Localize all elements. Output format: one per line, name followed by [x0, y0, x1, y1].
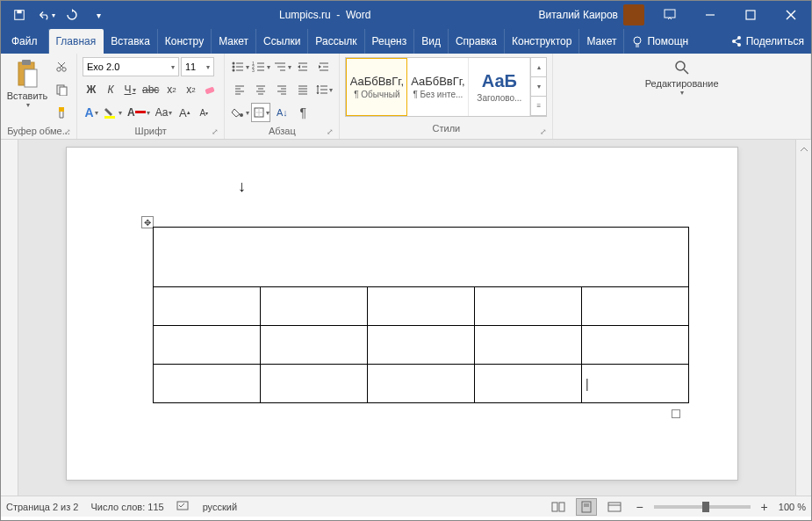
shading-button[interactable]: ▾	[230, 103, 249, 122]
word-count[interactable]: Число слов: 115	[90, 502, 163, 512]
page[interactable]: ↓ ✥ |	[66, 147, 738, 481]
clear-formatting-button[interactable]	[201, 80, 219, 99]
font-name-combo[interactable]: Exo 2.0▾	[83, 57, 179, 76]
styles-expand[interactable]: ≡	[531, 97, 546, 116]
font-size-combo[interactable]: 11▾	[181, 57, 214, 76]
zoom-out-button[interactable]: −	[632, 500, 646, 514]
qat-customize-button[interactable]: ▾	[87, 4, 110, 26]
borders-button[interactable]: ▾	[251, 103, 270, 122]
tell-me-button[interactable]: Помощн	[624, 29, 695, 54]
tab-home[interactable]: Главная	[49, 29, 104, 54]
table-cell[interactable]	[368, 287, 475, 326]
styles-gallery[interactable]: АаБбВвГг, ¶ Обычный АаБбВвГг, ¶ Без инте…	[345, 57, 547, 117]
show-marks-button[interactable]: ¶	[293, 103, 313, 122]
tab-references[interactable]: Ссылки	[256, 29, 308, 54]
cut-button[interactable]	[52, 57, 71, 76]
table-row[interactable]	[154, 287, 689, 326]
underline-button[interactable]: Ч▾	[121, 80, 139, 99]
paste-button[interactable]: Вставить ▾	[6, 57, 48, 111]
redo-button[interactable]	[61, 4, 83, 26]
align-right-button[interactable]	[272, 80, 291, 99]
highlight-button[interactable]: ▾	[102, 103, 124, 122]
ribbon-options-button[interactable]	[650, 1, 690, 29]
tab-design[interactable]: Констру	[158, 29, 212, 54]
autosave-icon[interactable]	[8, 4, 31, 26]
table-cell[interactable]	[475, 365, 582, 403]
tab-insert[interactable]: Вставка	[104, 29, 158, 54]
table-cell[interactable]	[368, 365, 475, 403]
scrollbar-up-button[interactable]	[799, 141, 809, 150]
table-row[interactable]	[154, 228, 689, 287]
table-resize-handle[interactable]	[672, 409, 680, 418]
tab-review[interactable]: Реценз	[365, 29, 415, 54]
format-painter-button[interactable]	[52, 103, 71, 122]
spellcheck-icon[interactable]	[176, 500, 190, 514]
styles-launcher[interactable]: ⤢	[538, 127, 549, 137]
italic-button[interactable]: К	[102, 80, 119, 99]
maximize-button[interactable]	[730, 1, 771, 29]
document-viewport[interactable]: ↓ ✥ |	[18, 140, 811, 496]
tab-file[interactable]: Файл	[1, 29, 49, 54]
sort-button[interactable]: А↓	[272, 103, 291, 122]
table-cell[interactable]	[154, 228, 689, 287]
tab-view[interactable]: Вид	[414, 29, 449, 54]
table-move-handle[interactable]: ✥	[141, 216, 154, 228]
vertical-scrollbar[interactable]	[795, 140, 811, 496]
numbering-button[interactable]: 123▾	[251, 57, 270, 76]
font-color-button[interactable]: A▾	[126, 103, 152, 122]
font-launcher[interactable]: ⤢	[210, 127, 220, 137]
paragraph-launcher[interactable]: ⤢	[325, 127, 335, 137]
zoom-level[interactable]: 100 %	[779, 502, 806, 512]
web-layout-button[interactable]	[604, 498, 625, 516]
table-cell[interactable]	[368, 326, 475, 365]
tab-table-design[interactable]: Конструктор	[505, 29, 579, 54]
table-cell[interactable]	[582, 326, 689, 365]
table-row[interactable]	[154, 326, 689, 365]
table-cell[interactable]	[261, 365, 368, 403]
zoom-in-button[interactable]: +	[758, 500, 772, 514]
page-indicator[interactable]: Страница 2 из 2	[6, 502, 78, 512]
minimize-button[interactable]	[690, 1, 730, 29]
tab-layout[interactable]: Макет	[212, 29, 256, 54]
close-button[interactable]	[771, 1, 811, 29]
table-cell-active[interactable]: |	[582, 365, 689, 403]
justify-button[interactable]	[293, 80, 313, 99]
table-cell[interactable]	[475, 287, 582, 326]
increase-indent-button[interactable]	[314, 57, 334, 76]
language-indicator[interactable]: русский	[203, 502, 237, 512]
decrease-indent-button[interactable]	[293, 57, 313, 76]
bold-button[interactable]: Ж	[83, 80, 100, 99]
tab-mailings[interactable]: Рассылк	[308, 29, 364, 54]
table-row[interactable]: |	[154, 365, 689, 403]
table-cell[interactable]	[475, 326, 582, 365]
style-normal[interactable]: АаБбВвГг, ¶ Обычный	[346, 58, 407, 116]
style-no-spacing[interactable]: АаБбВвГг, ¶ Без инте...	[407, 58, 469, 116]
table-cell[interactable]	[154, 287, 261, 326]
styles-scroll-up[interactable]: ▴	[531, 58, 546, 77]
tab-help[interactable]: Справка	[449, 29, 505, 54]
change-case-button[interactable]: Aa▾	[154, 103, 175, 122]
clipboard-launcher[interactable]: ⤢	[62, 127, 73, 137]
zoom-slider[interactable]	[654, 505, 751, 509]
share-button[interactable]: Поделиться	[723, 29, 811, 54]
styles-scroll-down[interactable]: ▾	[531, 77, 546, 97]
align-left-button[interactable]	[230, 80, 249, 99]
superscript-button[interactable]: x2	[182, 80, 199, 99]
table-cell[interactable]	[261, 287, 368, 326]
editing-button[interactable]: Редактирование ▾	[640, 57, 724, 98]
table-cell[interactable]	[154, 326, 261, 365]
tab-table-layout[interactable]: Макет	[579, 29, 624, 54]
text-effects-button[interactable]: A▾	[83, 103, 100, 122]
line-spacing-button[interactable]: ▾	[314, 80, 334, 99]
shrink-font-button[interactable]: A▾	[195, 103, 212, 122]
zoom-thumb[interactable]	[702, 502, 709, 512]
document-table[interactable]: |	[153, 227, 689, 403]
table-cell[interactable]	[154, 365, 261, 403]
undo-button[interactable]: ▾	[34, 4, 57, 26]
read-mode-button[interactable]	[548, 498, 569, 516]
bullets-button[interactable]: ▾	[230, 57, 249, 76]
table-cell[interactable]	[582, 287, 689, 326]
copy-button[interactable]	[52, 80, 71, 99]
table-cell[interactable]	[261, 326, 368, 365]
subscript-button[interactable]: x2	[162, 80, 180, 99]
